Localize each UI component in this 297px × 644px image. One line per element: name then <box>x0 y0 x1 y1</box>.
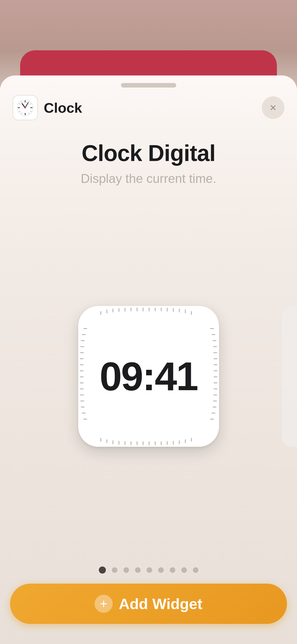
clock-app-icon-svg <box>15 98 35 118</box>
digital-clock-widget: 09:41 <box>78 306 219 447</box>
sheet-header: Clock <box>0 88 297 125</box>
page-dot-4[interactable] <box>135 567 141 573</box>
plus-circle-icon <box>95 595 113 613</box>
close-button[interactable] <box>262 96 284 119</box>
page-dot-7[interactable] <box>170 567 175 573</box>
page-dot-2[interactable] <box>112 567 117 573</box>
add-widget-label: Add Widget <box>119 595 202 613</box>
page-dot-9[interactable] <box>193 567 198 573</box>
close-icon <box>268 103 278 113</box>
widget-subtitle: Display the current time. <box>81 171 216 186</box>
page-dot-6[interactable] <box>158 567 164 573</box>
svg-point-16 <box>24 107 26 108</box>
sheet-handle <box>121 83 176 88</box>
page-dot-5[interactable] <box>147 567 152 573</box>
app-icon <box>13 95 38 120</box>
widget-preview-area: 09:41 <box>0 193 297 559</box>
widget-title: Clock Digital <box>81 140 216 166</box>
page-indicator <box>99 559 198 584</box>
page-dot-8[interactable] <box>181 567 187 573</box>
widget-title-section: Clock Digital Display the current time. <box>61 125 236 193</box>
page-dot-3[interactable] <box>123 567 129 573</box>
app-info: Clock <box>13 95 82 120</box>
next-widget-peek <box>282 306 297 447</box>
clock-time-display: 09:41 <box>100 353 197 399</box>
widget-picker-sheet: Clock Clock Digital Display the current … <box>0 75 297 644</box>
app-name-label: Clock <box>44 100 82 116</box>
add-widget-button[interactable]: Add Widget <box>10 584 287 624</box>
page-dot-1[interactable] <box>99 567 106 574</box>
